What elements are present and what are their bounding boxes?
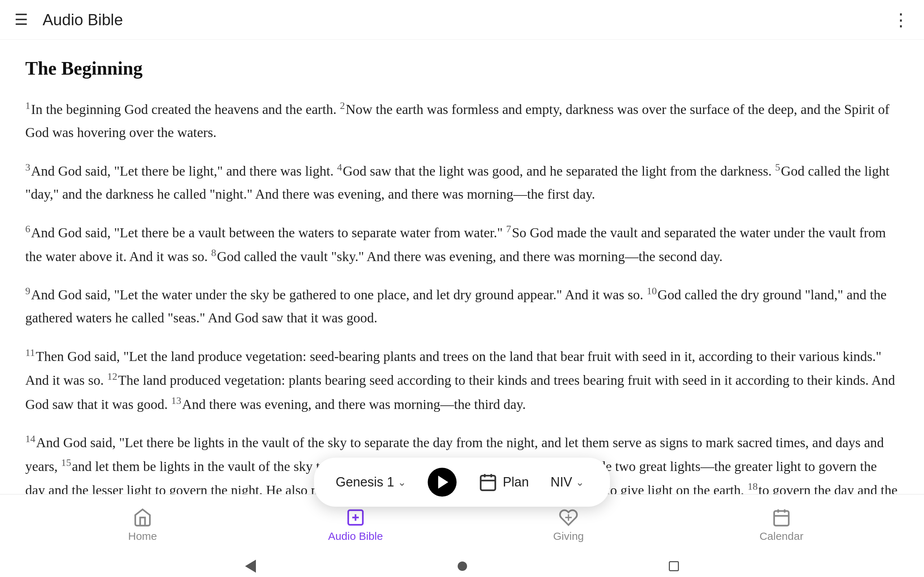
verse-num-7: 7 <box>506 223 511 234</box>
play-button[interactable] <box>428 468 457 496</box>
verse-num-5: 5 <box>775 161 780 173</box>
verse-num-3: 3 <box>25 161 30 173</box>
giving-icon <box>559 508 578 527</box>
book-label: Genesis 1 <box>336 475 394 490</box>
version-chevron-icon: ⌄ <box>576 476 584 488</box>
app-header: ☰ Audio Bible ⋮ <box>0 0 924 40</box>
calendar-icon <box>478 472 498 492</box>
paragraph-2: 3And God said, "Let there be light," and… <box>25 159 899 206</box>
home-icon <box>133 508 152 527</box>
verse-num-1: 1 <box>25 100 30 111</box>
plan-label: Plan <box>503 475 529 490</box>
page-title: Audio Bible <box>43 11 892 29</box>
nav-item-audio-bible[interactable]: Audio Bible <box>327 508 384 542</box>
verse-num-13: 13 <box>171 395 181 406</box>
verse-num-15: 15 <box>61 457 71 468</box>
paragraph-3: 6And God said, "Let there be a vault bet… <box>25 220 899 268</box>
version-label: NIV <box>551 475 572 490</box>
book-selector[interactable]: Genesis 1 ⌄ <box>336 475 406 490</box>
android-recents-button[interactable] <box>669 561 679 571</box>
verse-num-14: 14 <box>25 433 36 444</box>
android-back-button[interactable] <box>245 560 256 573</box>
nav-label-audio-bible: Audio Bible <box>328 530 383 542</box>
verse-num-18: 18 <box>748 481 758 492</box>
bible-content: The Beginning 1In the beginning God crea… <box>0 40 924 516</box>
version-selector[interactable]: NIV ⌄ <box>551 475 584 490</box>
verse-num-9: 9 <box>25 285 30 297</box>
paragraph-1: 1In the beginning God created the heaven… <box>25 97 899 144</box>
nav-label-giving: Giving <box>553 530 584 542</box>
calendar-nav-icon <box>772 508 791 527</box>
section-heading: The Beginning <box>25 58 899 79</box>
nav-item-calendar[interactable]: Calendar <box>753 508 810 542</box>
paragraph-4: 9And God said, "Let the water under the … <box>25 282 899 330</box>
verse-num-8: 8 <box>211 247 216 258</box>
svg-rect-0 <box>481 475 496 490</box>
verse-num-10: 10 <box>647 285 657 297</box>
nav-item-home[interactable]: Home <box>114 508 171 542</box>
more-options-button[interactable]: ⋮ <box>892 10 909 30</box>
nav-label-calendar: Calendar <box>759 530 803 542</box>
verse-num-6: 6 <box>25 223 30 234</box>
verse-num-2: 2 <box>340 100 345 111</box>
book-chevron-icon: ⌄ <box>398 476 406 488</box>
verse-num-12: 12 <box>107 371 117 382</box>
verse-num-4: 4 <box>337 161 342 173</box>
paragraph-5: 11Then God said, "Let the land produce v… <box>25 344 899 416</box>
verse-num-11: 11 <box>25 347 35 358</box>
menu-button[interactable]: ☰ <box>15 12 28 27</box>
nav-label-home: Home <box>128 530 157 542</box>
nav-item-giving[interactable]: Giving <box>540 508 597 542</box>
android-home-button[interactable] <box>458 561 467 571</box>
plan-selector[interactable]: Plan <box>478 472 529 492</box>
audio-bible-icon <box>346 508 365 527</box>
android-navigation-bar <box>0 555 924 577</box>
audio-player: Genesis 1 ⌄ Plan NIV ⌄ <box>314 458 610 507</box>
